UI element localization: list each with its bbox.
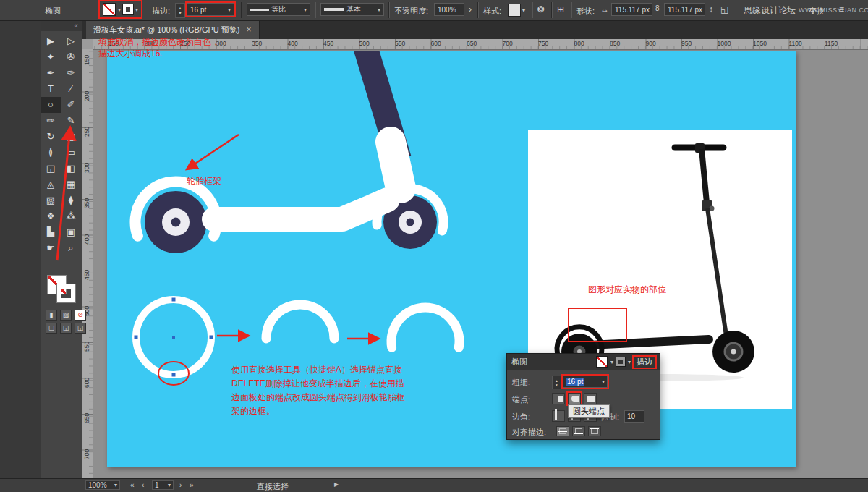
stepper-up-icon[interactable]: ▴ [179,6,181,11]
tutorial-fender-arc[interactable] [391,308,459,347]
blend-tool[interactable]: ❖ [41,208,61,224]
anchor-point-right[interactable] [210,336,213,339]
stroke-dropdown-icon[interactable]: ▾ [135,7,138,13]
brush-definition-dropdown[interactable]: 基本 ▾ [320,3,384,16]
rotate-tool[interactable]: ↻ [41,129,61,145]
stepper-down-icon[interactable]: ▾ [179,11,181,16]
paintbrush-tool[interactable]: ✐ [61,97,81,113]
corner-miter-button[interactable] [552,410,565,422]
pen-tool[interactable]: ✒ [41,65,61,81]
column-graph-tool[interactable]: ▙ [41,224,61,240]
stroke-weight-stepper[interactable]: ▴ ▾ [175,3,185,18]
fill-color-swatch[interactable] [103,3,116,16]
fill-color-button[interactable]: ▮ [46,310,57,321]
stepper-down-icon[interactable]: ▾ [556,383,558,387]
scooter-rear-wheel[interactable] [145,191,207,253]
stroke-indicator-swatch[interactable] [57,284,75,302]
anchor-point-bottom[interactable] [172,373,176,377]
weight-field[interactable]: 16 pt ▾ [563,376,608,388]
fill-dropdown-icon[interactable]: ▾ [118,7,121,13]
panel-stroke-dropdown-icon[interactable]: ▾ [628,359,631,365]
lasso-tool[interactable]: ✇ [61,49,81,65]
weight-stepper[interactable]: ▴ ▾ [552,376,561,389]
next-page-icon[interactable]: › [179,481,182,489]
align-stroke-inside-button[interactable] [572,426,585,436]
tools-panel-collapse[interactable]: « [41,20,82,31]
stroke-weight-field[interactable]: 16 pt ▾ [187,3,234,16]
draw-normal-button[interactable]: ▢ [46,323,57,334]
gradient-tool[interactable]: ▧ [41,192,61,208]
opacity-chevron-icon[interactable]: › [469,4,472,14]
zoom-field[interactable]: 100% ▾ [85,480,120,490]
selection-tool[interactable]: ▶ [41,33,61,49]
direct-selection-tool[interactable]: ▷ [61,33,81,49]
panel-fill-swatch[interactable] [596,356,608,368]
vertical-ruler[interactable]: 150200250300350400450500550600650700 [82,49,93,479]
anchor-point-top[interactable] [172,298,176,302]
tab-close-icon[interactable]: × [246,25,251,35]
pasteboard[interactable]: 轮胎框架 使用直接选择工具（快捷键A）选择锚点直接DELETE删除掉让他变成半描… [93,49,868,479]
artboard-tool[interactable]: ▣ [61,224,81,240]
shape-builder-tool[interactable]: ◲ [41,161,61,177]
draw-inside-button[interactable]: ◲ [75,323,86,334]
width-profile-dropdown-icon[interactable]: ▾ [304,7,307,13]
live-paint-bucket-tool[interactable]: ◧ [61,161,81,177]
align-stroke-outside-button[interactable] [588,426,601,436]
perspective-grid-tool[interactable]: ◬ [41,177,61,192]
artboard[interactable]: 轮胎框架 使用直接选择工具（快捷键A）选择锚点直接DELETE删除掉让他变成半描… [107,51,796,467]
center-point[interactable] [172,336,175,339]
opacity-field[interactable]: 100% [434,3,464,16]
mesh-tool[interactable]: ▦ [61,177,81,192]
scooter-head-tube[interactable] [391,142,401,188]
symbol-sprayer-tool[interactable]: ⁂ [61,208,81,224]
limit-field[interactable]: 10 [624,410,644,423]
page-dropdown-icon[interactable]: ▾ [168,482,171,488]
ellipse-tool[interactable]: ○ [41,97,61,113]
type-tool[interactable]: T [41,81,61,97]
cap-butt-button[interactable] [552,393,565,404]
none-button[interactable]: ⊘ [75,310,86,321]
shape-width-field[interactable]: 115.117 px [611,3,652,16]
draw-behind-button[interactable]: ◱ [60,323,72,334]
ruler-corner[interactable] [82,39,93,50]
width-profile-dropdown[interactable]: 等比 ▾ [247,3,310,16]
shaper-tool[interactable]: ✎ [61,113,81,129]
recolor-artwork-icon[interactable]: ❂ [537,4,545,14]
tutorial-circle-outline[interactable] [135,298,213,377]
weight-dropdown-icon[interactable]: ▾ [602,378,605,385]
gradient-button[interactable]: ▨ [60,310,72,321]
zoom-dropdown-icon[interactable]: ▾ [114,482,117,488]
last-page-icon[interactable]: » [190,481,194,489]
tutorial-half-arc[interactable] [266,305,334,339]
constrain-proportions-icon[interactable]: 8 [655,4,660,12]
pencil-tool[interactable]: ✏ [41,113,61,129]
page-field[interactable]: 1 ▾ [152,480,174,490]
curvature-tool[interactable]: ✑ [61,65,81,81]
first-page-icon[interactable]: « [130,481,135,489]
stroke-weight-dropdown-icon[interactable]: ▾ [228,7,231,13]
style-dropdown-icon[interactable]: ▾ [522,7,525,14]
status-expand-icon[interactable]: ▶ [334,481,339,488]
align-options-icon[interactable]: ⊞ [557,4,564,14]
shape-corner-icon[interactable]: ◱ [720,4,728,14]
brush-dropdown-icon[interactable]: ▾ [378,7,380,13]
free-transform-tool[interactable]: ▭ [61,145,81,161]
panel-stroke-swatch[interactable] [616,357,625,366]
panel-fill-dropdown-icon[interactable]: ▾ [610,359,613,365]
align-stroke-center-button[interactable] [556,426,569,436]
stroke-color-swatch[interactable] [123,4,133,14]
zoom-tool[interactable]: ⌕ [61,240,81,256]
width-tool[interactable]: ≬ [41,145,61,161]
cap-round-button[interactable] [568,393,581,404]
stroke-tab-button[interactable]: 描边 [634,357,655,368]
scooter-deck[interactable] [214,200,388,219]
magic-wand-tool[interactable]: ✦ [41,49,61,65]
cap-projecting-button[interactable] [584,393,597,404]
eyedropper-tool[interactable]: ⧫ [61,192,81,208]
style-swatch[interactable] [508,4,521,17]
prev-page-icon[interactable]: ‹ [142,481,144,489]
hand-tool[interactable]: ☛ [41,240,61,256]
scale-tool[interactable]: ◿ [61,129,81,145]
fill-stroke-indicator[interactable] [47,275,79,305]
line-segment-tool[interactable]: ∕ [61,81,81,97]
